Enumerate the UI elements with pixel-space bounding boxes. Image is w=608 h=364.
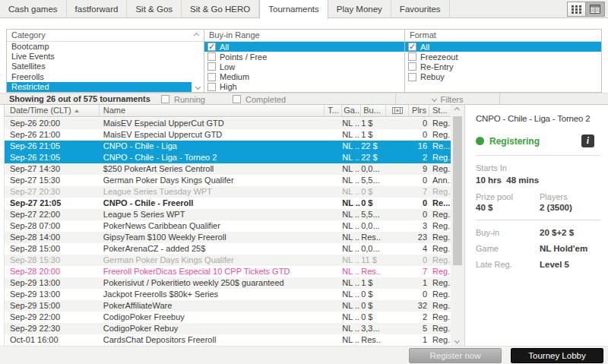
filter-panels: Category BootcampLive EventsSatellitesFr… bbox=[6, 29, 602, 93]
running-checkbox[interactable]: Running bbox=[161, 94, 205, 104]
column-header-buyin[interactable]: Bu... bbox=[361, 105, 386, 116]
table-row[interactable]: Sep-27 21:05CNPO - Chile - FreerollNL ..… bbox=[5, 198, 451, 209]
column-header-datetime[interactable]: Date/Time (CLT) bbox=[5, 105, 100, 116]
checkbox[interactable] bbox=[408, 43, 416, 51]
column-header-players[interactable]: Plrs bbox=[409, 105, 429, 116]
buyin-range-item-low[interactable]: Low bbox=[204, 62, 404, 71]
buyin-range-item-medium[interactable]: Medium bbox=[204, 72, 404, 82]
row-currency bbox=[386, 334, 409, 346]
table-row[interactable]: Sep-28 20:00Freeroll PokerDicas Especial… bbox=[5, 266, 451, 277]
completed-checkbox[interactable]: Completed bbox=[233, 94, 286, 104]
checkbox[interactable] bbox=[207, 43, 216, 51]
format-item-freezeout[interactable]: Freezeout bbox=[405, 52, 601, 62]
category-header: Category bbox=[7, 30, 204, 42]
table-row[interactable]: Sep-26 21:05CNPO - Chile - Liga - Torneo… bbox=[5, 152, 451, 163]
table-row[interactable]: Sep-26 21:05CNPO - Chile - LigaNL ..22 $… bbox=[5, 141, 451, 152]
table-row[interactable]: Sep-26 20:00MaisEV Especial UpperCut GTD… bbox=[5, 118, 451, 129]
table-row[interactable]: Sep-29 13:00Jackpot Freerolls $80k+ Seri… bbox=[5, 289, 451, 300]
info-icon[interactable]: i bbox=[581, 135, 594, 147]
row-tables bbox=[325, 312, 342, 323]
tab-play-money[interactable]: Play Money bbox=[328, 0, 391, 18]
table-row[interactable]: Sep-28 07:00PokerNews Caribbean Qualifie… bbox=[5, 220, 451, 232]
row-tables bbox=[325, 289, 342, 300]
table-row[interactable]: Sep-26 21:00MaisEV Especial Uppercut GTD… bbox=[5, 129, 451, 141]
row-game: NL .. bbox=[342, 323, 361, 334]
row-name: League 5 Series WPT bbox=[100, 209, 325, 220]
scroll-down-icon[interactable] bbox=[195, 84, 201, 90]
checkbox[interactable] bbox=[207, 83, 216, 91]
divider bbox=[476, 155, 600, 156]
category-item-restricted[interactable]: Restricted bbox=[7, 82, 192, 92]
column-header-currency[interactable] bbox=[386, 105, 409, 116]
tourney-lobby-button[interactable]: Tourney Lobby bbox=[511, 348, 603, 363]
checkbox[interactable] bbox=[233, 95, 241, 103]
scroll-up-icon[interactable] bbox=[194, 33, 199, 38]
buyin-range-item-points-free[interactable]: Points / Free bbox=[204, 52, 404, 62]
buyin-range-item-high[interactable]: High bbox=[204, 82, 404, 92]
row-players: 0 bbox=[409, 209, 429, 220]
table-row[interactable]: Sep-27 22:00League 5 Series WPTNL ..5,5.… bbox=[5, 209, 451, 220]
row-status: Re... bbox=[429, 198, 451, 209]
column-header-status[interactable]: St... bbox=[429, 105, 451, 116]
column-header-tables[interactable]: T... bbox=[325, 105, 342, 116]
checkbox[interactable] bbox=[207, 73, 216, 81]
category-item-bootcamp[interactable]: Bootcamp bbox=[7, 42, 192, 52]
row-status: Reg.. bbox=[429, 220, 451, 232]
table-row[interactable]: Oct-01 16:00CardsChat Depositors Freerol… bbox=[5, 334, 451, 346]
tab-cash-games[interactable]: Cash games bbox=[0, 0, 67, 18]
list-view-button[interactable] bbox=[586, 2, 605, 17]
format-item-rebuy[interactable]: Rebuy bbox=[405, 72, 601, 82]
buyin-range-item-all[interactable]: All bbox=[204, 42, 404, 52]
row-datetime: Sep-26 21:00 bbox=[5, 129, 100, 141]
row-currency bbox=[386, 243, 409, 255]
tab-favourites[interactable]: Favourites bbox=[391, 0, 450, 18]
row-tables bbox=[325, 243, 342, 255]
scroll-up-icon[interactable] bbox=[454, 107, 460, 112]
row-players: 0 bbox=[409, 175, 429, 186]
table-row[interactable]: Sep-27 15:30German Poker Days Kings Qual… bbox=[5, 175, 451, 186]
table-row[interactable]: Sep-28 15:00PokerArenaCZ - added 25$NL .… bbox=[5, 243, 451, 255]
table-scrollbar[interactable] bbox=[451, 105, 464, 346]
table-row[interactable]: Sep-27 14:30$250 PokerArt Series Centrol… bbox=[5, 163, 451, 175]
tab-fastforward[interactable]: fastforward bbox=[67, 0, 128, 18]
table-row[interactable]: Sep-28 15:30German Poker Days Kings Qual… bbox=[5, 255, 451, 266]
scrollbar-thumb[interactable] bbox=[453, 116, 462, 265]
table-row[interactable]: Sep-29 13:00Pokerisivut / Pokeritieto we… bbox=[5, 277, 451, 289]
column-header-game[interactable]: Ga... bbox=[342, 105, 361, 116]
row-buyin: 3,3... bbox=[361, 323, 386, 334]
category-item-freerolls[interactable]: Freerolls bbox=[7, 72, 192, 82]
row-buyin: 1 $ bbox=[361, 118, 386, 129]
row-datetime: Sep-26 21:05 bbox=[5, 152, 100, 163]
table-row[interactable]: Sep-29 22:30CodigoPoker RebuyNL ..3,3...… bbox=[5, 323, 451, 334]
checkbox[interactable] bbox=[207, 62, 216, 71]
row-tables bbox=[325, 141, 342, 152]
category-item-satellites[interactable]: Satellites bbox=[7, 62, 192, 71]
table-row[interactable]: Sep-28 14:00GipsyTeam $100 Weekly Freero… bbox=[5, 232, 451, 243]
row-tables bbox=[325, 220, 342, 232]
checkbox[interactable] bbox=[408, 52, 416, 61]
format-item-all[interactable]: All bbox=[405, 42, 601, 52]
table-row[interactable]: Sep-29 15:00PokerAffiliateWareNL ..0 $32… bbox=[5, 300, 451, 312]
tab-sit-gos[interactable]: Sit & Gos bbox=[127, 0, 182, 18]
row-buyin: Res.. bbox=[361, 266, 386, 277]
tab-sit-go-hero[interactable]: Sit & Go HERO bbox=[182, 0, 259, 18]
checkbox[interactable] bbox=[207, 52, 216, 61]
grid-view-button[interactable] bbox=[567, 2, 586, 17]
register-now-button[interactable]: Register now bbox=[409, 348, 502, 363]
column-header-name[interactable]: Name bbox=[100, 105, 325, 116]
row-name: PokerNews Caribbean Qualifier bbox=[100, 220, 325, 232]
scroll-down-icon[interactable] bbox=[454, 338, 460, 343]
completed-label: Completed bbox=[245, 95, 286, 104]
format-item-re-entry[interactable]: Re-Entry bbox=[405, 62, 601, 71]
checkbox[interactable] bbox=[161, 95, 169, 103]
checkbox[interactable] bbox=[408, 62, 416, 71]
checkbox[interactable] bbox=[408, 73, 416, 81]
game-label: Game bbox=[476, 244, 540, 253]
table-row[interactable]: Sep-27 20:30League Series Tuesday WPTNL … bbox=[5, 186, 451, 198]
tab-bar: Cash gamesfastforwardSit & GosSit & Go H… bbox=[0, 0, 608, 18]
row-buyin: 0 $ bbox=[361, 186, 386, 198]
table-row[interactable]: Sep-29 22:00CodigoPoker FreebuyNL ..0 $2… bbox=[5, 312, 451, 323]
tab-tournaments[interactable]: Tournaments bbox=[259, 0, 328, 19]
filters-control[interactable]: Filters bbox=[396, 94, 499, 104]
category-item-live-events[interactable]: Live Events bbox=[7, 52, 192, 62]
